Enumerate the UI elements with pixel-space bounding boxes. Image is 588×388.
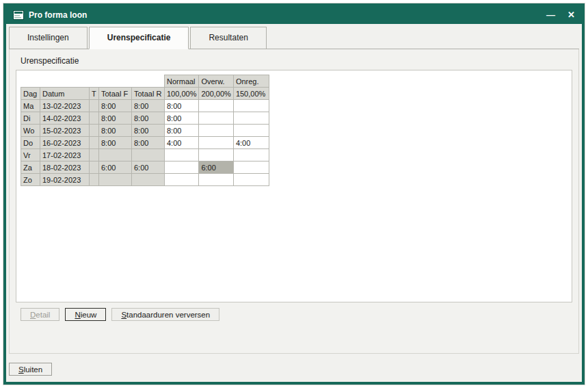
cell-dag: Za [21, 161, 40, 174]
nieuw-button[interactable]: Nieuw [65, 308, 106, 321]
col-header-150pct: 150,00% [233, 88, 269, 100]
cell-dag: Wo [21, 125, 40, 137]
cell-onreg[interactable] [233, 112, 269, 125]
cell-normaal[interactable]: 8:00 [165, 125, 199, 137]
cell-totaal-f [99, 149, 132, 161]
cell-overw[interactable] [199, 174, 233, 186]
col-header-totaal-r: Totaal R [132, 88, 165, 100]
cell-dag: Di [21, 112, 40, 125]
cell-datum: 19-02-2023 [40, 174, 90, 186]
sluiten-button[interactable]: Sluiten [9, 363, 52, 376]
cell-normaal[interactable]: 8:00 [165, 100, 199, 112]
button-mnemonic: S [121, 311, 126, 319]
col-header-100pct: 100,00% [165, 88, 199, 100]
button-label: etail [36, 311, 50, 319]
cell-t [90, 137, 99, 149]
button-mnemonic: N [75, 311, 80, 319]
button-mnemonic: S [18, 365, 24, 374]
tab-urenspecificatie[interactable]: Urenspecificatie [89, 27, 189, 49]
group-label: Urenspecificatie [10, 49, 578, 70]
cell-datum: 15-02-2023 [40, 125, 90, 137]
cell-t [90, 161, 99, 174]
cell-totaal-r: 6:00 [132, 161, 165, 174]
table-row-ma: Ma 13-02-2023 8:00 8:00 8:00 [21, 100, 269, 112]
cell-totaal-f: 8:00 [99, 125, 132, 137]
titlebar[interactable]: Pro forma loon — ✕ [6, 6, 582, 24]
hours-grid: Normaal Overw. Onreg. Dag Datum T Totaal… [21, 75, 269, 186]
cell-onreg[interactable] [233, 149, 269, 161]
col-header-200pct: 200,00% [199, 88, 233, 100]
cell-totaal-f: 8:00 [99, 137, 132, 149]
window-controls: — ✕ [546, 6, 575, 24]
super-header-row: Normaal Overw. Onreg. [21, 75, 269, 88]
cell-onreg[interactable]: 4:00 [233, 137, 269, 149]
button-label: luiten [24, 365, 43, 374]
cell-normaal[interactable]: 8:00 [165, 112, 199, 125]
cell-normaal[interactable] [165, 149, 199, 161]
table-row-do: Do 16-02-2023 8:00 8:00 4:00 4:00 [21, 137, 269, 149]
col-header-datum: Datum [40, 88, 90, 100]
minimize-button[interactable]: — [546, 6, 555, 24]
cell-totaal-f: 6:00 [99, 161, 132, 174]
tab-resultaten[interactable]: Resultaten [190, 27, 266, 49]
cell-totaal-r: 8:00 [132, 112, 165, 125]
cell-datum: 18-02-2023 [40, 161, 90, 174]
cell-t [90, 149, 99, 161]
cell-onreg[interactable] [233, 125, 269, 137]
cell-totaal-f: 8:00 [99, 100, 132, 112]
cell-overw[interactable] [199, 149, 233, 161]
column-group-overwerk: Overw. [199, 75, 233, 88]
table-row-di: Di 14-02-2023 8:00 8:00 8:00 [21, 112, 269, 125]
cell-onreg[interactable] [233, 100, 269, 112]
cell-overw[interactable] [199, 137, 233, 149]
col-header-totaal-f: Totaal F [99, 88, 132, 100]
cell-datum: 16-02-2023 [40, 137, 90, 149]
cell-dag: Zo [21, 174, 40, 186]
standaarduren-verversen-button[interactable]: Standaarduren verversen [111, 308, 219, 321]
col-header-t: T [90, 88, 99, 100]
column-group-onregelmatig: Onreg. [233, 75, 269, 88]
button-label: ieuw [81, 311, 97, 319]
cell-normaal[interactable] [165, 174, 199, 186]
cell-normaal[interactable]: 4:00 [165, 137, 199, 149]
cell-overw[interactable] [199, 100, 233, 112]
dialog-content: Instellingen Urenspecificatie Resultaten… [6, 24, 582, 382]
button-label: tandaarduren verversen [126, 311, 210, 319]
table-row-vr: Vr 17-02-2023 [21, 149, 269, 161]
cell-t [90, 125, 99, 137]
cell-totaal-f: 8:00 [99, 112, 132, 125]
cell-dag: Do [21, 137, 40, 149]
tab-instellingen[interactable]: Instellingen [9, 27, 88, 49]
cell-totaal-r [132, 149, 165, 161]
col-header-dag: Dag [21, 88, 40, 100]
table-row-zo: Zo 19-02-2023 [21, 174, 269, 186]
cell-t [90, 112, 99, 125]
table-row-wo: Wo 15-02-2023 8:00 8:00 8:00 [21, 125, 269, 137]
grid-panel: Normaal Overw. Onreg. Dag Datum T Totaal… [16, 70, 572, 302]
cell-overw[interactable] [199, 125, 233, 137]
cell-totaal-r: 8:00 [132, 137, 165, 149]
cell-t [90, 174, 99, 186]
cell-t [90, 100, 99, 112]
detail-button[interactable]: Detail [21, 308, 59, 321]
cell-totaal-f [99, 174, 132, 186]
close-button[interactable]: ✕ [567, 6, 575, 24]
cell-dag: Vr [21, 149, 40, 161]
cell-datum: 14-02-2023 [40, 112, 90, 125]
form-icon [13, 10, 24, 20]
table-row-za: Za 18-02-2023 6:00 6:00 6:00 [21, 161, 269, 174]
cell-overw[interactable] [199, 112, 233, 125]
cell-totaal-r: 8:00 [132, 125, 165, 137]
header-row: Dag Datum T Totaal F Totaal R 100,00% 20… [21, 88, 269, 100]
cell-dag: Ma [21, 100, 40, 112]
cell-normaal[interactable] [165, 161, 199, 174]
bottom-bar: Sluiten [9, 363, 582, 376]
selected-cell[interactable]: 6:00 [199, 161, 233, 174]
cell-onreg[interactable] [233, 174, 269, 186]
header-spacer [21, 75, 165, 88]
cell-datum: 17-02-2023 [40, 149, 90, 161]
cell-onreg[interactable] [233, 161, 269, 174]
tabpage-urenspecificatie: Urenspecificatie Normaal Overw. Onreg. [9, 49, 579, 354]
cell-totaal-r [132, 174, 165, 186]
window-title: Pro forma loon [29, 10, 87, 20]
